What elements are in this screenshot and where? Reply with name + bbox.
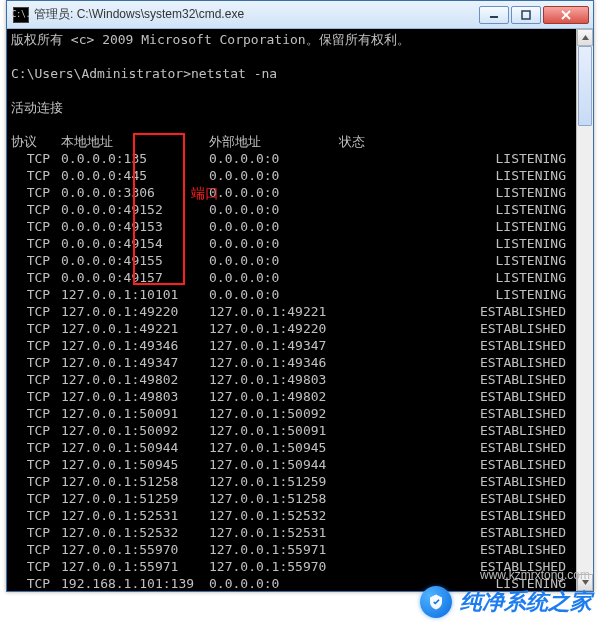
table-row: TCP127.0.0.1:51258 127.0.0.1:51259 ESTAB…: [11, 473, 572, 490]
cell-local: 127.0.0.1:52531: [61, 507, 209, 524]
cell-local: 0.0.0.0:49157: [61, 269, 209, 286]
table-body: TCP0.0.0.0:135 0.0.0.0:0 LISTENING TCP0.…: [11, 150, 572, 591]
table-row: TCP127.0.0.1:55970 127.0.0.1:55971 ESTAB…: [11, 541, 572, 558]
cell-foreign: 127.0.0.1:50091: [209, 422, 353, 439]
cell-state: LISTENING: [353, 201, 572, 218]
cmd-icon: C:\.: [13, 7, 29, 23]
cell-local: 0.0.0.0:445: [61, 167, 209, 184]
vertical-scrollbar[interactable]: [576, 29, 593, 591]
cell-state: ESTABLISHED: [353, 473, 572, 490]
scroll-track[interactable]: [577, 46, 593, 574]
cell-foreign: 127.0.0.1:51259: [209, 473, 353, 490]
cell-proto: TCP: [11, 354, 61, 371]
table-row: TCP127.0.0.1:50092 127.0.0.1:50091 ESTAB…: [11, 422, 572, 439]
svg-rect-1: [522, 11, 530, 19]
cell-proto: TCP: [11, 269, 61, 286]
table-header: 协议 本地地址 外部地址 状态: [11, 133, 572, 150]
cell-local: 127.0.0.1:49221: [61, 320, 209, 337]
cell-foreign: 0.0.0.0:0: [209, 235, 353, 252]
cell-foreign: 0.0.0.0:0: [209, 167, 353, 184]
scroll-up-button[interactable]: [577, 29, 593, 46]
table-row: TCP0.0.0.0:49155 0.0.0.0:0 LISTENING: [11, 252, 572, 269]
cell-proto: TCP: [11, 252, 61, 269]
watermark-brand: 纯净系统之家: [420, 586, 592, 618]
table-row: TCP127.0.0.1:49347 127.0.0.1:49346 ESTAB…: [11, 354, 572, 371]
header-foreign: 外部地址: [209, 133, 309, 150]
watermark-url: www.kzmrxtong.com: [480, 568, 590, 582]
minimize-button[interactable]: [479, 6, 509, 24]
cell-state: LISTENING: [353, 150, 572, 167]
cell-foreign: 0.0.0.0:0: [209, 218, 353, 235]
table-row: TCP127.0.0.1:50945 127.0.0.1:50944 ESTAB…: [11, 456, 572, 473]
table-row: TCP127.0.0.1:49803 127.0.0.1:49802 ESTAB…: [11, 388, 572, 405]
table-row: TCP127.0.0.1:49346 127.0.0.1:49347 ESTAB…: [11, 337, 572, 354]
cell-state: ESTABLISHED: [353, 303, 572, 320]
cell-local: 127.0.0.1:50945: [61, 456, 209, 473]
cell-local: 127.0.0.1:49802: [61, 371, 209, 388]
table-row: TCP127.0.0.1:52531 127.0.0.1:52532 ESTAB…: [11, 507, 572, 524]
cell-foreign: 127.0.0.1:49802: [209, 388, 353, 405]
cell-foreign: 0.0.0.0:0: [209, 286, 353, 303]
cell-foreign: 0.0.0.0:0: [209, 575, 353, 591]
cell-local: 127.0.0.1:49220: [61, 303, 209, 320]
cell-state: ESTABLISHED: [353, 405, 572, 422]
cell-local: 192.168.1.101:139: [61, 575, 209, 591]
cell-local: 127.0.0.1:51258: [61, 473, 209, 490]
cell-proto: TCP: [11, 235, 61, 252]
cell-foreign: 0.0.0.0:0: [209, 201, 353, 218]
cell-proto: TCP: [11, 456, 61, 473]
cell-foreign: 127.0.0.1:52532: [209, 507, 353, 524]
table-row: TCP0.0.0.0:3306 0.0.0.0:0 LISTENING: [11, 184, 572, 201]
table-row: TCP127.0.0.1:52532 127.0.0.1:52531 ESTAB…: [11, 524, 572, 541]
cell-proto: TCP: [11, 405, 61, 422]
watermark-brand-text: 纯净系统之家: [460, 587, 592, 617]
cell-state: LISTENING: [353, 252, 572, 269]
cell-local: 127.0.0.1:49347: [61, 354, 209, 371]
header-local: 本地地址: [61, 133, 209, 150]
cell-proto: TCP: [11, 184, 61, 201]
cell-local: 127.0.0.1:49803: [61, 388, 209, 405]
cell-proto: TCP: [11, 558, 61, 575]
cell-foreign: 127.0.0.1:50945: [209, 439, 353, 456]
table-row: TCP0.0.0.0:49157 0.0.0.0:0 LISTENING: [11, 269, 572, 286]
titlebar[interactable]: C:\. 管理员: C:\Windows\system32\cmd.exe: [7, 1, 593, 29]
cell-foreign: 127.0.0.1:55970: [209, 558, 353, 575]
cell-local: 0.0.0.0:49152: [61, 201, 209, 218]
cell-state: ESTABLISHED: [353, 439, 572, 456]
scroll-thumb[interactable]: [578, 46, 592, 126]
cell-state: LISTENING: [353, 218, 572, 235]
cell-foreign: 127.0.0.1:50944: [209, 456, 353, 473]
cell-state: LISTENING: [353, 235, 572, 252]
cell-proto: TCP: [11, 167, 61, 184]
cell-local: 127.0.0.1:55970: [61, 541, 209, 558]
cell-state: LISTENING: [353, 167, 572, 184]
table-row: TCP0.0.0.0:135 0.0.0.0:0 LISTENING: [11, 150, 572, 167]
section-title: 活动连接: [11, 99, 572, 116]
cell-proto: TCP: [11, 218, 61, 235]
cell-state: ESTABLISHED: [353, 507, 572, 524]
cell-foreign: 0.0.0.0:0: [209, 150, 353, 167]
header-state: 状态: [309, 133, 365, 150]
blank-line: [11, 48, 572, 65]
cell-state: ESTABLISHED: [353, 354, 572, 371]
cell-local: 127.0.0.1:50091: [61, 405, 209, 422]
cell-local: 127.0.0.1:49346: [61, 337, 209, 354]
table-row: TCP127.0.0.1:51259 127.0.0.1:51258 ESTAB…: [11, 490, 572, 507]
blank-line: [11, 82, 572, 99]
cell-state: ESTABLISHED: [353, 337, 572, 354]
console-output[interactable]: 版权所有 <c> 2009 Microsoft Corporation。保留所有…: [7, 29, 576, 591]
close-button[interactable]: [543, 6, 589, 24]
cell-state: ESTABLISHED: [353, 388, 572, 405]
table-row: TCP127.0.0.1:10101 0.0.0.0:0 LISTENING: [11, 286, 572, 303]
table-row: TCP127.0.0.1:49802 127.0.0.1:49803 ESTAB…: [11, 371, 572, 388]
cell-state: ESTABLISHED: [353, 456, 572, 473]
table-row: TCP127.0.0.1:50944 127.0.0.1:50945 ESTAB…: [11, 439, 572, 456]
cell-proto: TCP: [11, 524, 61, 541]
cmd-window: C:\. 管理员: C:\Windows\system32\cmd.exe 版权…: [6, 0, 594, 592]
maximize-button[interactable]: [511, 6, 541, 24]
prompt-line: C:\Users\Administrator>netstat -na: [11, 65, 572, 82]
cell-proto: TCP: [11, 201, 61, 218]
cell-foreign: 127.0.0.1:49220: [209, 320, 353, 337]
cell-foreign: 127.0.0.1:51258: [209, 490, 353, 507]
cell-proto: TCP: [11, 541, 61, 558]
